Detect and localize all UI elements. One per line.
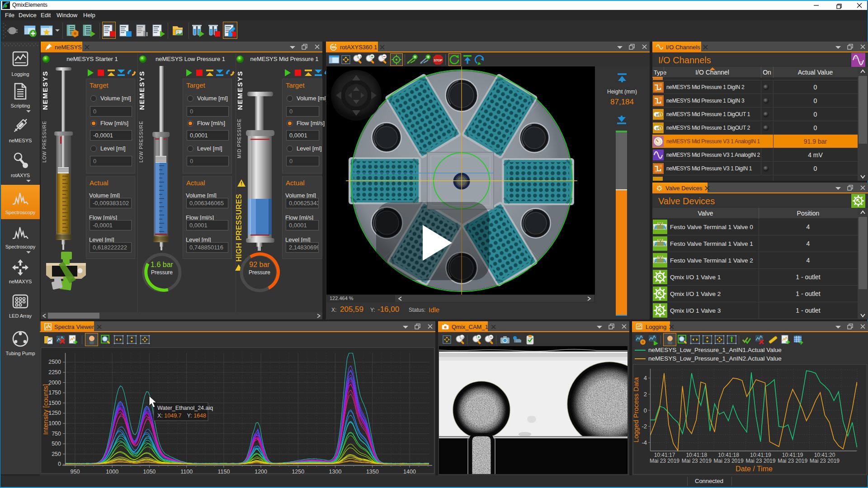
svg-text:1250: 1250 — [292, 469, 304, 475]
svg-text:1350: 1350 — [366, 469, 379, 475]
svg-text:10:41:18: 10:41:18 — [686, 452, 707, 458]
svg-text:Mai 23 2019: Mai 23 2019 — [810, 458, 840, 464]
svg-text:1050: 1050 — [143, 469, 156, 475]
svg-text:-2: -2 — [642, 423, 647, 430]
svg-text:Logged Process Data: Logged Process Data — [632, 377, 640, 442]
svg-text:950: 950 — [71, 469, 80, 475]
svg-text:1000: 1000 — [48, 420, 61, 427]
svg-text:2: 2 — [644, 391, 647, 398]
svg-text:1: 1 — [659, 126, 661, 130]
svg-text:10:41:20: 10:41:20 — [814, 452, 835, 458]
svg-text:1500: 1500 — [48, 400, 61, 406]
svg-text:STOP: STOP — [434, 59, 443, 62]
svg-text:1:1: 1:1 — [358, 56, 362, 58]
svg-text:1300: 1300 — [329, 469, 342, 475]
svg-text:Water_Ethanol_24.aiq: Water_Ethanol_24.aiq — [157, 405, 213, 411]
svg-text:0: 0 — [656, 113, 658, 117]
svg-text:1750: 1750 — [48, 389, 61, 396]
svg-text:10:41:19: 10:41:19 — [782, 452, 803, 458]
svg-text:!: ! — [241, 181, 242, 186]
svg-text:1150: 1150 — [217, 469, 230, 475]
svg-text:Mai 23 2019: Mai 23 2019 — [650, 458, 679, 464]
svg-text:10:41:18: 10:41:18 — [718, 452, 739, 458]
svg-text:1: 1 — [659, 113, 661, 117]
svg-text:Intensity [counts]: Intensity [counts] — [42, 384, 49, 435]
svg-text:-4: -4 — [642, 439, 647, 446]
svg-text:2250: 2250 — [48, 369, 61, 375]
svg-text:250: 250 — [52, 451, 61, 457]
svg-text:0: 0 — [58, 461, 61, 467]
svg-text:2500: 2500 — [48, 359, 61, 365]
svg-text:500: 500 — [52, 441, 61, 447]
svg-text:0: 0 — [644, 407, 647, 414]
svg-text:1100: 1100 — [180, 469, 193, 475]
svg-text:1:1: 1:1 — [460, 336, 464, 339]
svg-text:0: 0 — [656, 127, 658, 131]
svg-text:Mai 23 2019: Mai 23 2019 — [745, 458, 775, 464]
svg-text:750: 750 — [52, 431, 61, 437]
svg-text:1250: 1250 — [48, 410, 61, 416]
svg-text:Date / Time: Date / Time — [736, 465, 773, 473]
svg-text:2000: 2000 — [48, 380, 61, 386]
svg-text:1200: 1200 — [255, 469, 267, 475]
svg-text:1000: 1000 — [106, 469, 118, 475]
svg-text:4: 4 — [644, 375, 647, 381]
svg-text:Mai 23 2019: Mai 23 2019 — [778, 458, 807, 464]
svg-text:1400: 1400 — [403, 469, 416, 475]
svg-text:Mai 23 2019: Mai 23 2019 — [682, 458, 712, 464]
svg-text:10:41:19: 10:41:19 — [750, 452, 771, 458]
svg-text:Mai 23 2019: Mai 23 2019 — [714, 458, 744, 464]
svg-text:10:41:17: 10:41:17 — [654, 452, 675, 458]
svg-text:360: 360 — [331, 46, 336, 49]
